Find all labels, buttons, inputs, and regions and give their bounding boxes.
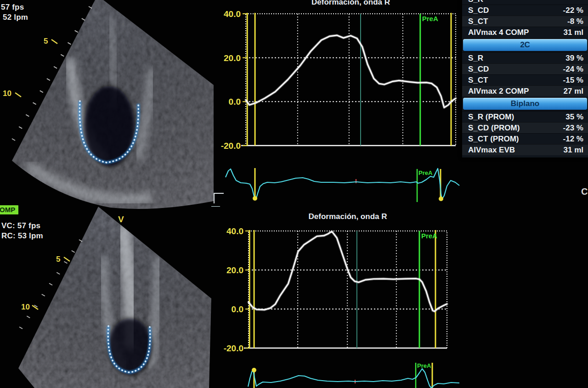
measurement-row: S_CT (PROM)-12 % bbox=[462, 133, 588, 144]
scale-tick bbox=[42, 294, 45, 296]
measurement-row: AIVmax EVB31 ml bbox=[462, 144, 588, 155]
strain-curve bbox=[246, 35, 456, 107]
measurement-row: AIVmax 2 COMP27 ml bbox=[462, 85, 588, 96]
measurement-row: S_CT-8 % bbox=[462, 16, 588, 27]
y-tick-label: 20.0 bbox=[224, 53, 241, 63]
chart-border bbox=[246, 14, 456, 146]
comp-badge: OMP bbox=[0, 205, 18, 214]
echo-image-4c: 5 10 bbox=[0, 0, 214, 211]
ecg-strip-bottom: PreA bbox=[243, 362, 459, 388]
chart-title: Deformación, onda R bbox=[309, 212, 387, 221]
measurement-row: S_CD-24 % bbox=[462, 63, 588, 74]
scale-tick bbox=[49, 283, 52, 285]
ecg-strip-top: PreA bbox=[209, 163, 462, 207]
scale-tick bbox=[19, 327, 23, 329]
prea-label: PreA bbox=[417, 362, 431, 369]
depth-mark-10: 10 bbox=[21, 303, 30, 311]
scale-tick bbox=[68, 43, 71, 45]
heart-rate-label: 52 lpm bbox=[3, 13, 28, 22]
measurement-value: 31 ml bbox=[564, 146, 583, 155]
measurement-value: -15 % bbox=[563, 76, 583, 85]
measurement-label: S_CD bbox=[468, 65, 489, 74]
ecg-marker-dot bbox=[439, 197, 443, 201]
clipped-edge-glyph: C bbox=[581, 186, 588, 197]
scale-tick bbox=[33, 102, 36, 104]
prea-label: PreA bbox=[418, 169, 433, 176]
prea-label: PreA bbox=[422, 15, 438, 22]
measurement-value: 31 ml bbox=[564, 28, 583, 37]
measurement-label: S_CD (PROM) bbox=[468, 124, 520, 133]
scale-tick bbox=[27, 316, 30, 318]
scale-tick bbox=[40, 90, 43, 92]
scale-tick bbox=[64, 262, 68, 264]
y-tick-label: 40.0 bbox=[226, 226, 243, 236]
vc-label: VC: 57 fps bbox=[1, 221, 40, 231]
measurement-label: S_R (PROM) bbox=[468, 112, 514, 122]
measurement-label: S_R bbox=[468, 0, 483, 4]
alignment-brackets-icon bbox=[212, 193, 224, 207]
measurement-row: S_R bbox=[462, 0, 588, 5]
clipped-measurement-row: S_R bbox=[462, 0, 588, 5]
ecg-marker-dot bbox=[253, 196, 257, 201]
scale-tick bbox=[26, 115, 29, 117]
measurement-label: S_CT bbox=[468, 76, 488, 85]
y-tick-label: -20.0 bbox=[224, 343, 243, 353]
measurement-label: S_R bbox=[468, 54, 483, 63]
measurement-value: 39 % bbox=[565, 54, 583, 63]
measurement-row: S_CD-22 % bbox=[462, 5, 588, 16]
scale-tick bbox=[47, 79, 50, 80]
measurement-value: -8 % bbox=[567, 17, 583, 26]
panel-section-header: Biplano bbox=[463, 98, 587, 110]
measurement-row: S_R (PROM)35 % bbox=[462, 111, 588, 122]
scale-tick bbox=[54, 67, 57, 68]
y-tick-label: 40.0 bbox=[224, 9, 241, 19]
ecg-marker-dot bbox=[252, 368, 256, 372]
strain-chart-4c: Deformación, onda RPreA40.020.00.0-20.0 bbox=[211, 0, 462, 154]
depth-mark-5: 5 bbox=[44, 37, 48, 45]
measurement-row: AIVmax 4 COMP31 ml bbox=[462, 27, 588, 38]
measurement-label: S_CD bbox=[468, 6, 489, 15]
scale-tick bbox=[61, 55, 64, 56]
orientation-marker: V bbox=[118, 214, 124, 224]
echo-sector bbox=[0, 0, 214, 211]
measurement-value: -22 % bbox=[563, 6, 583, 15]
strain-chart-2c: Deformación, onda RPreA40.020.00.0-20.0 bbox=[211, 209, 462, 363]
measurement-value: -24 % bbox=[563, 65, 583, 74]
measurement-row: S_R39 % bbox=[462, 52, 588, 63]
panel-section-header: 2C bbox=[463, 39, 587, 51]
frame-rate-label: 57 fps bbox=[1, 3, 24, 12]
scale-tick bbox=[12, 139, 15, 141]
depth-mark-5: 5 bbox=[56, 255, 60, 264]
measurement-label: AIVmax 4 COMP bbox=[468, 28, 529, 37]
scale-tick bbox=[75, 30, 78, 32]
measurement-label: S_CT bbox=[468, 17, 488, 26]
measurement-row: S_CT-15 % bbox=[462, 74, 588, 85]
y-tick-label: -20.0 bbox=[221, 141, 241, 151]
ultrasound-review-screen: 5 10 bbox=[0, 0, 588, 388]
y-tick-label: 0.0 bbox=[229, 97, 241, 107]
measurement-value: 35 % bbox=[565, 112, 583, 122]
measurement-value: -23 % bbox=[563, 124, 583, 133]
y-tick-label: 20.0 bbox=[226, 265, 243, 275]
strain-curve bbox=[249, 231, 447, 311]
measurement-label: AIVmax EVB bbox=[468, 146, 515, 155]
ecg-trace bbox=[248, 369, 459, 388]
rc-label: RC: 53 lpm bbox=[1, 231, 43, 241]
prea-label: PreA bbox=[421, 232, 437, 240]
measurement-value: 27 ml bbox=[564, 87, 583, 96]
measurement-row: S_CD (PROM)-23 % bbox=[462, 122, 588, 133]
measurement-label: S_CT (PROM) bbox=[468, 135, 519, 144]
chart-title: Deformación, onda R bbox=[311, 0, 390, 6]
depth-mark-10: 10 bbox=[3, 89, 11, 98]
measurement-value: -12 % bbox=[563, 135, 583, 144]
scale-tick bbox=[72, 251, 75, 253]
scale-tick bbox=[57, 272, 60, 274]
scale-tick bbox=[82, 18, 85, 20]
scale-tick bbox=[19, 127, 22, 129]
y-tick-label: 0.0 bbox=[232, 304, 243, 314]
measurement-label: AIVmax 2 COMP bbox=[468, 87, 529, 96]
measurements-panel: S_RS_CD-22 %S_CT-8 %AIVmax 4 COMP31 ml2C… bbox=[462, 0, 588, 157]
